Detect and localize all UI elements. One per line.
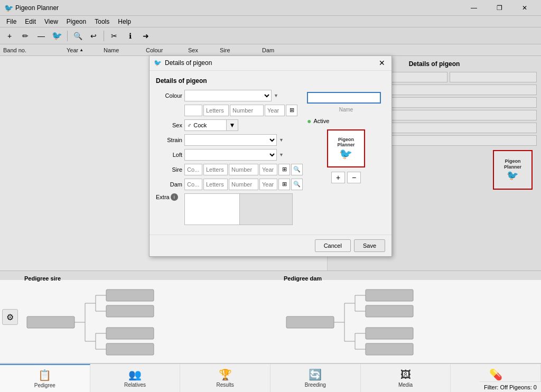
- modal-colour-label: Colour: [156, 92, 182, 99]
- modal-overlay: 🐦 Details of pigeon ✕ Details of pigeon …: [0, 0, 541, 280]
- modal-active-text: Active: [313, 118, 329, 124]
- breeding-tab-icon: 🔄: [309, 368, 322, 381]
- svg-rect-5: [106, 290, 154, 301]
- modal-strain-row: Strain ▼: [156, 134, 303, 146]
- modal-logo-box[interactable]: Pigeon Planner 🐦: [327, 129, 365, 167]
- tab-bar: 📋 Pedigree 👥 Relatives 🏆 Results 🔄 Breed…: [0, 363, 541, 392]
- relatives-tab-label: Relatives: [124, 382, 146, 388]
- pedigree-dam-svg: [284, 285, 447, 364]
- extra-textarea[interactable]: [184, 193, 240, 225]
- pedigree-sire-section: Pedigree sire: [24, 275, 273, 359]
- modal-right-panel: Name ● Active Pigeon Planner 🐦: [307, 90, 385, 228]
- modal-strain-label: Strain: [156, 137, 182, 143]
- sex-value-display[interactable]: ♂ Cock: [184, 119, 227, 131]
- sex-text: Cock: [193, 122, 207, 128]
- sire-country-input[interactable]: [184, 164, 202, 175]
- extra-image-area: [240, 193, 293, 225]
- modal-sex-row: Sex ♂ Cock ▼: [156, 119, 303, 131]
- plus-minus-row: + −: [307, 172, 385, 183]
- sire-search-btn[interactable]: 🔍: [291, 164, 303, 175]
- modal-logo-text: Pigeon Planner 🐦: [337, 137, 355, 160]
- modal-loft-label: Loft: [156, 152, 182, 158]
- extra-info-icon: i: [171, 193, 178, 201]
- svg-rect-11: [106, 328, 154, 339]
- dam-number-input[interactable]: [229, 179, 258, 190]
- plus-button[interactable]: +: [331, 172, 345, 183]
- modal-active-indicator: ● Active: [307, 117, 385, 125]
- modal-sire-row: Sire ⊞ 🔍: [156, 164, 303, 175]
- dam-search-btn[interactable]: 🔍: [291, 179, 303, 190]
- modal-section-title: Details of pigeon: [156, 77, 385, 85]
- sire-fields: ⊞ 🔍: [184, 164, 303, 175]
- modal-active-dot: ●: [307, 117, 311, 125]
- modal-strain-select[interactable]: [184, 134, 277, 146]
- status-bar: Filter: Off Pigeons: 0: [480, 381, 541, 392]
- pedigree-area: ⚙ Pedigree sire Pedigree dam: [0, 270, 541, 363]
- dam-main-box: [286, 316, 334, 328]
- sex-selector: ♂ Cock ▼: [184, 119, 238, 131]
- band-year-input[interactable]: [265, 105, 285, 116]
- modal-dam-label: Dam: [156, 181, 182, 188]
- dam-year-input[interactable]: [259, 179, 277, 190]
- name-input[interactable]: [307, 92, 381, 104]
- tab-breeding[interactable]: 🔄 Breeding: [270, 364, 361, 392]
- band-action-button[interactable]: ⊞: [286, 105, 297, 116]
- dam-fields: ⊞ 🔍: [184, 179, 303, 190]
- tab-results[interactable]: 🏆 Results: [180, 364, 270, 392]
- modal-body: Details of pigeon Colour ▼: [150, 71, 391, 235]
- relatives-tab-icon: 👥: [128, 368, 142, 381]
- modal-close-button[interactable]: ✕: [377, 58, 387, 68]
- dropdown-arrow: ▼: [274, 93, 278, 98]
- band-number-input[interactable]: [230, 105, 264, 116]
- svg-rect-25: [366, 328, 413, 339]
- breeding-tab-label: Breeding: [305, 382, 326, 388]
- name-label: Name: [307, 107, 385, 113]
- modal-titlebar: 🐦 Details of pigeon ✕: [150, 56, 391, 71]
- save-button[interactable]: Save: [354, 239, 385, 252]
- svg-rect-27: [366, 343, 413, 355]
- modal-colour-select[interactable]: [184, 90, 272, 101]
- dam-letters-input[interactable]: [203, 179, 228, 190]
- media-tab-label: Media: [398, 382, 413, 388]
- modal-sire-label: Sire: [156, 166, 182, 173]
- modal-extra-row: Extra i: [156, 193, 303, 225]
- dam-action-btn[interactable]: ⊞: [278, 179, 290, 190]
- settings-gear-button[interactable]: ⚙: [2, 309, 18, 325]
- name-row: [307, 92, 385, 104]
- results-tab-label: Results: [217, 382, 234, 388]
- modal-title: Details of pigeon: [165, 59, 377, 67]
- svg-rect-7: [106, 305, 154, 317]
- sex-dropdown-btn[interactable]: ▼: [227, 119, 238, 131]
- sire-year-input[interactable]: [259, 164, 277, 175]
- sire-letters-input[interactable]: [203, 164, 228, 175]
- extra-area: [184, 193, 293, 225]
- medication-tab-icon: 💊: [489, 368, 502, 381]
- minus-button[interactable]: −: [347, 172, 361, 183]
- sire-main-box: [27, 316, 74, 328]
- strain-arrow: ▼: [279, 137, 284, 143]
- tab-pedigree[interactable]: 📋 Pedigree: [0, 364, 90, 392]
- sire-number-input[interactable]: [229, 164, 258, 175]
- results-tab-icon: 🏆: [219, 368, 232, 381]
- cancel-button[interactable]: Cancel: [315, 239, 351, 252]
- modal-colour-row: Colour ▼: [156, 90, 303, 101]
- pedigree-tab-label: Pedigree: [34, 382, 55, 388]
- tab-media[interactable]: 🖼 Media: [361, 364, 451, 392]
- modal-loft-select[interactable]: [184, 149, 277, 161]
- dam-country-input[interactable]: [184, 179, 202, 190]
- band-country-input[interactable]: [184, 105, 202, 116]
- modal-content: Colour ▼ ⊞ Sex: [156, 90, 385, 228]
- band-letters-input[interactable]: [203, 105, 229, 116]
- settings-area: ⚙: [2, 309, 18, 325]
- pedigree-dam-section: Pedigree dam: [284, 275, 533, 359]
- modal-footer: Cancel Save: [150, 235, 391, 256]
- modal-fields: Colour ▼ ⊞ Sex: [156, 90, 303, 228]
- svg-rect-19: [366, 290, 413, 301]
- modal-sex-label: Sex: [156, 122, 182, 128]
- band-row: ⊞: [184, 105, 303, 116]
- sire-action-btn[interactable]: ⊞: [278, 164, 290, 175]
- modal-loft-row: Loft ▼: [156, 149, 303, 161]
- details-modal: 🐦 Details of pigeon ✕ Details of pigeon …: [149, 55, 392, 257]
- sex-symbol: ♂: [187, 122, 191, 128]
- tab-relatives[interactable]: 👥 Relatives: [90, 364, 181, 392]
